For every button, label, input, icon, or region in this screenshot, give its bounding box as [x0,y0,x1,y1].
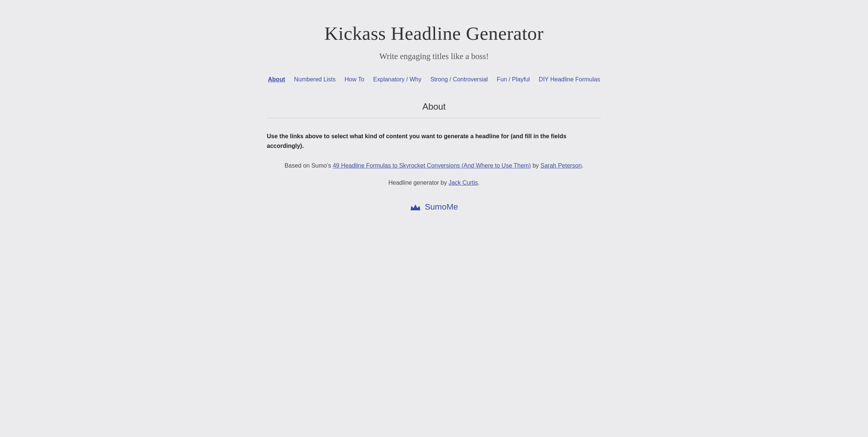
crown-icon [410,203,421,211]
nav-item-fun-playful[interactable]: Fun / Playful [497,76,530,83]
nav-item-numbered-lists[interactable]: Numbered Lists [294,76,336,83]
main-nav: About Numbered Lists How To Explanatory … [268,76,600,83]
generator-by-text: Headline generator by Jack Curtis. [267,178,601,188]
based-on-text: Based on Sumo’s 49 Headline Formulas to … [267,161,601,171]
author-period: . [582,162,583,169]
sumome-logo: SumoMe [267,202,601,212]
section-divider [267,118,601,118]
generator-by-link[interactable]: Jack Curtis [448,179,478,186]
page-subtitle: Write engaging titles like a boss! [379,52,489,61]
nav-item-about[interactable]: About [268,76,285,83]
sumome-text: SumoMe [425,202,458,212]
section-title: About [267,101,601,112]
nav-item-how-to[interactable]: How To [344,76,364,83]
based-on-link[interactable]: 49 Headline Formulas to Skyrocket Conver… [333,162,531,169]
generator-by-prefix: Headline generator by [388,179,448,186]
content-area: About Use the links above to select what… [267,101,601,212]
generator-by-period: . [478,179,479,186]
nav-item-strong-controversial[interactable]: Strong / Controversial [430,76,488,83]
based-on-author-prefix: by [531,162,541,169]
nav-item-explanatory-why[interactable]: Explanatory / Why [373,76,421,83]
nav-item-diy-headline-formulas[interactable]: DIY Headline Formulas [539,76,600,83]
author-link[interactable]: Sarah Peterson [540,162,582,169]
page-title: Kickass Headline Generator [324,22,544,44]
section-description: Use the links above to select what kind … [267,132,601,150]
based-on-prefix: Based on Sumo’s [285,162,333,169]
